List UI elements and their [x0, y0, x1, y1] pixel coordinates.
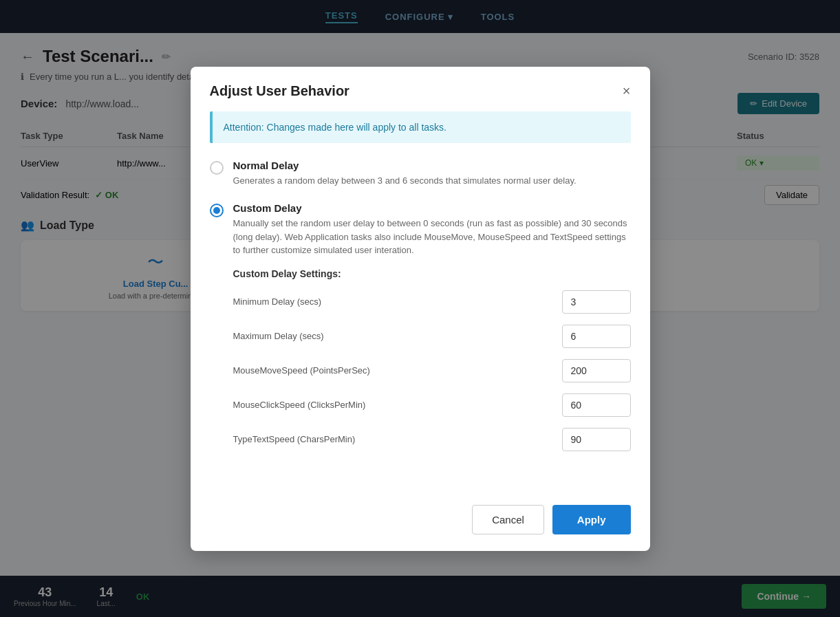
min-delay-input[interactable] [562, 290, 631, 314]
custom-delay-title: Custom Delay [233, 202, 631, 214]
custom-delay-radio[interactable] [210, 204, 224, 217]
field-row-2: MouseMoveSpeed (PointsPerSec) [233, 359, 631, 382]
field-row-1: Maximum Delay (secs) [233, 325, 631, 348]
modal-overlay: Adjust User Behavior × Attention: Change… [0, 0, 840, 617]
modal-footer: Cancel Apply [191, 494, 650, 551]
modal-title: Adjust User Behavior [210, 83, 349, 99]
attention-text: Attention: Changes made here will apply … [224, 122, 447, 133]
max-delay-input[interactable] [562, 325, 631, 348]
max-delay-label: Maximum Delay (secs) [233, 331, 562, 341]
custom-delay-option[interactable]: Custom Delay Manually set the random use… [210, 202, 631, 462]
min-delay-label: Minimum Delay (secs) [233, 296, 562, 307]
modal-dialog: Adjust User Behavior × Attention: Change… [191, 67, 650, 551]
field-row-0: Minimum Delay (secs) [233, 290, 631, 314]
normal-delay-title: Normal Delay [233, 160, 577, 171]
mouse-click-label: MouseClickSpeed (ClicksPerMin) [233, 400, 562, 410]
custom-delay-desc: Manually set the random user delay to be… [233, 217, 631, 257]
modal-body: Attention: Changes made here will apply … [191, 111, 650, 494]
cancel-button[interactable]: Cancel [472, 505, 544, 534]
custom-delay-settings-title: Custom Delay Settings: [233, 268, 631, 279]
type-text-input[interactable] [562, 428, 631, 451]
field-row-4: TypeTextSpeed (CharsPerMin) [233, 428, 631, 451]
type-text-label: TypeTextSpeed (CharsPerMin) [233, 434, 562, 444]
modal-header: Adjust User Behavior × [191, 67, 650, 111]
normal-delay-radio[interactable] [210, 161, 224, 175]
mouse-move-label: MouseMoveSpeed (PointsPerSec) [233, 365, 562, 376]
normal-delay-option[interactable]: Normal Delay Generates a random delay be… [210, 160, 631, 188]
mouse-click-input[interactable] [562, 393, 631, 417]
apply-button[interactable]: Apply [552, 505, 631, 534]
mouse-move-input[interactable] [562, 359, 631, 382]
attention-box: Attention: Changes made here will apply … [210, 111, 631, 143]
normal-delay-desc: Generates a random delay between 3 and 6… [233, 174, 577, 188]
custom-delay-settings: Custom Delay Settings: Minimum Delay (se… [233, 268, 631, 451]
field-row-3: MouseClickSpeed (ClicksPerMin) [233, 393, 631, 417]
modal-close-button[interactable]: × [623, 84, 631, 98]
